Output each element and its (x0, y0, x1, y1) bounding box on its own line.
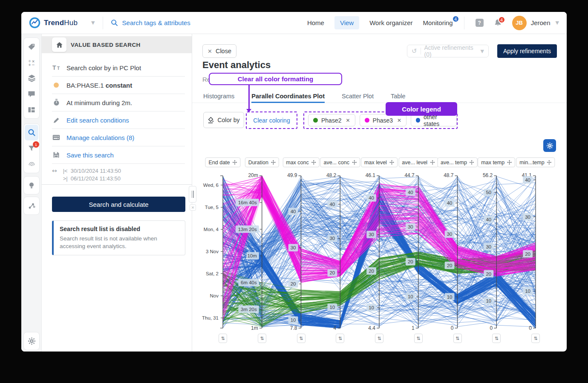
tab-histograms[interactable]: Histograms (203, 93, 234, 103)
axis-sort-button-max_level[interactable]: ⇅ (375, 334, 383, 343)
svg-text:0: 0 (451, 325, 454, 331)
global-search[interactable] (111, 19, 233, 26)
fingerprint-icon[interactable] (25, 156, 38, 172)
svg-text:Sat, 2: Sat, 2 (206, 271, 219, 276)
axis-header-ave_level[interactable]: ave... level (398, 157, 438, 167)
legend-color-dot (416, 118, 420, 123)
avatar[interactable]: JB (512, 16, 527, 30)
svg-text:20: 20 (369, 269, 374, 274)
axis-header-min_temp[interactable]: min...temp (516, 157, 555, 167)
nav-work-organizer[interactable]: Work organizer (369, 19, 412, 26)
panel-header: VALUE BASED SEARCH (42, 36, 192, 53)
svg-text:10: 10 (486, 298, 491, 303)
svg-text:16m 40s: 16m 40s (238, 200, 257, 205)
axis-header-label: max temp (481, 160, 504, 166)
remove-chip-icon[interactable]: ✕ (397, 117, 401, 123)
remove-chip-icon[interactable]: ✕ (346, 117, 350, 123)
plot-settings-button[interactable] (543, 139, 556, 152)
divider (421, 48, 421, 54)
calculations-icon[interactable]: ÷×+− (25, 54, 38, 70)
tab-scatter-plot[interactable]: Scatter Plot (342, 93, 374, 103)
annotation-connector-line (248, 85, 250, 109)
axis-header-label: Duration (248, 160, 268, 166)
axis-header-max_conc[interactable]: max conc (282, 157, 320, 167)
svg-text:10: 10 (329, 305, 335, 310)
panel-collapse-button[interactable]: ✕ (190, 204, 196, 211)
time-range-end: >|06/11/2024 11:43:50 (63, 175, 121, 183)
axis-header-ave_conc[interactable]: ave... conc (320, 157, 360, 167)
row-at-minimum: At minimum during 2m. (52, 94, 185, 111)
svg-text:20: 20 (447, 263, 453, 268)
nav-view[interactable]: View (334, 16, 359, 29)
svg-text:10: 10 (369, 305, 374, 310)
svg-text:10: 10 (525, 289, 530, 294)
svg-text:20m: 20m (248, 172, 258, 178)
svg-text:1: 1 (412, 325, 415, 331)
axis-sort-button-ave_temp[interactable]: ⇅ (453, 334, 462, 343)
color-fill-icon (208, 117, 214, 123)
panel-resize-handle[interactable] (189, 186, 196, 203)
apply-refinements-button[interactable]: Apply refinements (497, 44, 557, 58)
legend-chip-phase2[interactable]: Phase2✕ (308, 114, 355, 126)
axis-sort-button-max_conc[interactable]: ⇅ (297, 334, 306, 343)
axis-sort-button-min_temp[interactable]: ⇅ (531, 334, 540, 343)
legend-chip-other-states[interactable]: other states (411, 114, 457, 126)
axis-header-end_date[interactable]: End date (205, 157, 240, 167)
axis-header-max_level[interactable]: max level (361, 157, 398, 167)
svg-text:T: T (52, 64, 56, 71)
axis-header-duration[interactable]: Duration (245, 157, 279, 167)
axis-sort-button-ave_level[interactable]: ⇅ (414, 334, 423, 343)
user-menu-chevron-icon[interactable]: ▼ (556, 20, 559, 26)
comment-icon[interactable] (25, 86, 38, 102)
value-search-icon[interactable] (25, 125, 38, 140)
axis-header-label: min...temp (519, 160, 544, 166)
search-and-calculate-button[interactable]: Search and calculate (52, 197, 185, 212)
topbar: TrendHub ▼ Home View Work organizer Moni… (21, 12, 567, 34)
rail-group-search: 1 (23, 123, 40, 173)
nav-home[interactable]: Home (307, 19, 324, 26)
svg-text:+: + (28, 63, 31, 66)
search-input[interactable] (122, 19, 233, 26)
clear-coloring-button[interactable]: Clear coloring (253, 117, 290, 124)
axis-sort-button-ave_conc[interactable]: ⇅ (336, 334, 344, 343)
notifications-button[interactable]: 4 (494, 19, 502, 27)
row-manage-calculations[interactable]: Manage calculations (8) (52, 129, 185, 146)
close-icon: ✕ (208, 48, 212, 54)
close-button[interactable]: ✕ Close (202, 44, 236, 58)
help-button[interactable]: ? (476, 19, 484, 27)
brand-chevron-icon[interactable]: ▼ (91, 20, 95, 26)
svg-text:10: 10 (447, 294, 453, 300)
pcp-lines-magenta-band (223, 176, 536, 320)
tab-parallel-coordinates-plot[interactable]: Parallel Coordinates Plot (251, 93, 325, 103)
svg-text:3 Nov: 3 Nov (206, 249, 219, 254)
axis-sort-button-end_date[interactable]: ⇅ (219, 334, 227, 343)
home-button[interactable] (52, 37, 66, 52)
filter-icon[interactable]: 1 (25, 140, 38, 156)
save-this-search-link[interactable]: Save this search (66, 151, 114, 159)
tag-icon[interactable] (25, 39, 38, 54)
axis-header-label: End date (208, 160, 230, 166)
dashboard-icon[interactable] (25, 102, 38, 117)
axis-header-ave_temp[interactable]: ave... temp (437, 157, 478, 167)
move-icon (547, 160, 552, 165)
row-edit-conditions[interactable]: Edit search conditions (52, 111, 185, 129)
tab-table[interactable]: Table (391, 93, 406, 103)
svg-text:20: 20 (408, 259, 413, 264)
edit-search-conditions-link[interactable]: Edit search conditions (66, 117, 129, 124)
axis-header-max_temp[interactable]: max temp (478, 157, 515, 167)
move-icon (352, 160, 357, 165)
axis-sort-button-duration[interactable]: ⇅ (258, 334, 266, 343)
svg-text:Thu, 31: Thu, 31 (202, 315, 219, 320)
bulb-icon[interactable] (25, 177, 38, 193)
active-refinements-dropdown[interactable]: ↺ Active refinements (0) ▼ (407, 45, 489, 57)
row-save-search[interactable]: Save this search (52, 146, 185, 164)
settings-gear-icon[interactable] (25, 333, 38, 349)
layers-icon[interactable] (25, 70, 38, 86)
legend-chip-phase3[interactable]: Phase3✕ (360, 114, 407, 126)
network-icon[interactable] (25, 198, 38, 214)
color-by-button[interactable]: Color by (203, 112, 244, 128)
axis-sort-button-max_temp[interactable]: ⇅ (492, 334, 501, 343)
nav-monitoring[interactable]: Monitoring4 (423, 19, 453, 26)
brand[interactable]: TrendHub (29, 17, 78, 29)
manage-calculations-link[interactable]: Manage calculations (8) (66, 134, 134, 141)
